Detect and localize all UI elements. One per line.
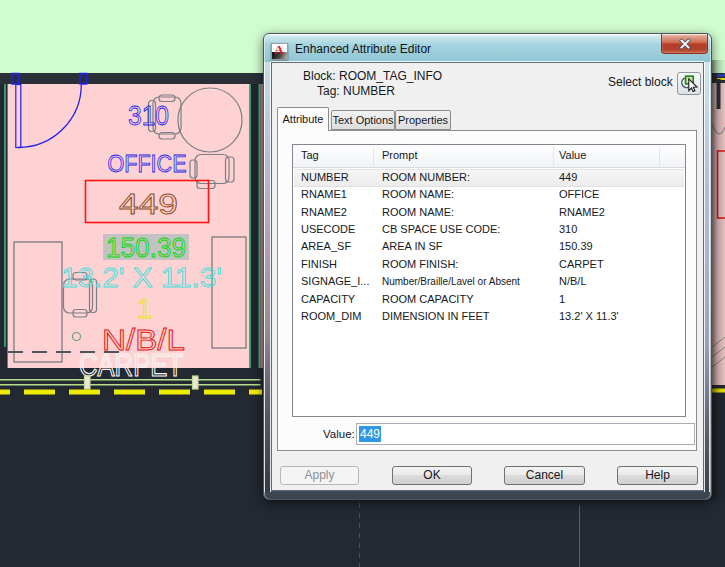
svg-text:310: 310 bbox=[128, 100, 169, 131]
svg-text:OFFICE: OFFICE bbox=[108, 150, 187, 177]
svg-text:150.39: 150.39 bbox=[106, 232, 186, 263]
svg-text:1: 1 bbox=[137, 294, 152, 324]
svg-text:CARPET: CARPET bbox=[79, 348, 183, 383]
svg-text:13.2' X 11.3': 13.2' X 11.3' bbox=[61, 263, 222, 293]
svg-text:449: 449 bbox=[119, 188, 178, 220]
